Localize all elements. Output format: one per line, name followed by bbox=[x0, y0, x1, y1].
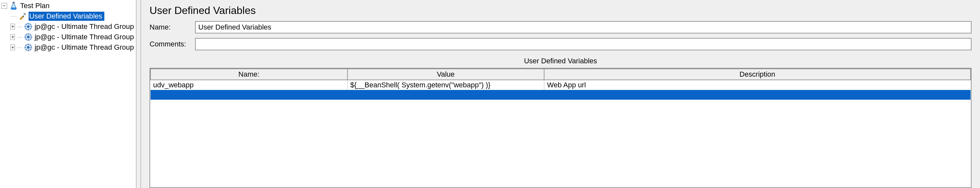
cell-empty[interactable] bbox=[544, 90, 970, 100]
page-title: User Defined Variables bbox=[150, 5, 972, 17]
splitter[interactable] bbox=[137, 0, 141, 188]
comments-row: Comments: bbox=[150, 38, 972, 51]
expander-plus-icon[interactable]: + bbox=[10, 34, 15, 40]
flask-icon bbox=[9, 1, 18, 10]
table-row[interactable]: udv_webapp ${__BeanShell( System.getenv(… bbox=[151, 80, 970, 90]
tree-connector-icon: ⋯ bbox=[10, 13, 16, 19]
tree-item-thread-1[interactable]: + ⋯ jp@gc - Ultimate Thread Group bbox=[0, 21, 136, 32]
comments-input[interactable] bbox=[195, 38, 972, 51]
name-input[interactable] bbox=[195, 21, 972, 33]
tree-connector-icon: ⋯ bbox=[17, 34, 22, 40]
comments-label: Comments: bbox=[150, 40, 195, 48]
tree-connector-icon: ⋯ bbox=[17, 44, 22, 51]
expander-plus-icon[interactable]: + bbox=[10, 44, 15, 51]
svg-rect-1 bbox=[23, 16, 24, 17]
gear-icon bbox=[24, 22, 32, 31]
tree-item-thread-1-label: jp@gc - Ultimate Thread Group bbox=[34, 22, 136, 31]
tree-root-label: Test Plan bbox=[19, 1, 52, 10]
table-row-selected[interactable] bbox=[151, 90, 970, 100]
cell-name[interactable]: udv_webapp bbox=[151, 80, 347, 90]
tree-item-thread-2[interactable]: + ⋯ jp@gc - Ultimate Thread Group bbox=[0, 32, 136, 42]
col-header-value[interactable]: Value bbox=[347, 69, 544, 80]
tools-icon bbox=[18, 12, 27, 21]
main-panel: User Defined Variables Name: Comments: U… bbox=[141, 0, 980, 188]
tree-panel: − Test Plan ⋯ User Defined Variables bbox=[0, 0, 137, 188]
col-header-name[interactable]: Name: bbox=[151, 69, 347, 80]
cell-empty[interactable] bbox=[347, 90, 544, 100]
tree-item-udv[interactable]: ⋯ User Defined Variables bbox=[0, 11, 136, 21]
gear-icon bbox=[24, 32, 32, 41]
tree-connector-icon: ⋯ bbox=[17, 24, 22, 30]
cell-empty[interactable] bbox=[151, 90, 347, 100]
variables-table: Name: Value Description udv_webapp ${__B… bbox=[150, 68, 972, 188]
tree-item-thread-2-label: jp@gc - Ultimate Thread Group bbox=[34, 32, 136, 41]
tree-root-row[interactable]: − Test Plan bbox=[0, 1, 136, 11]
section-title: User Defined Variables bbox=[150, 57, 972, 65]
svg-point-3 bbox=[27, 25, 30, 28]
gear-icon bbox=[24, 43, 32, 52]
expander-minus-icon[interactable]: − bbox=[1, 3, 7, 9]
svg-point-7 bbox=[27, 46, 30, 49]
tree-item-udv-label: User Defined Variables bbox=[29, 12, 104, 21]
table-header-row: Name: Value Description bbox=[151, 69, 970, 80]
tree-item-thread-3-label: jp@gc - Ultimate Thread Group bbox=[34, 43, 136, 52]
col-header-description[interactable]: Description bbox=[544, 69, 970, 80]
name-label: Name: bbox=[150, 23, 195, 32]
cell-value[interactable]: ${__BeanShell( System.getenv("webapp") )… bbox=[347, 80, 544, 90]
expander-plus-icon[interactable]: + bbox=[10, 24, 15, 30]
name-row: Name: bbox=[150, 21, 972, 33]
cell-description[interactable]: Web App url bbox=[544, 80, 970, 90]
svg-point-5 bbox=[27, 36, 30, 38]
svg-rect-0 bbox=[13, 2, 14, 3]
app-root: − Test Plan ⋯ User Defined Variables bbox=[0, 0, 980, 188]
tree-item-thread-3[interactable]: + ⋯ jp@gc - Ultimate Thread Group bbox=[0, 42, 136, 52]
